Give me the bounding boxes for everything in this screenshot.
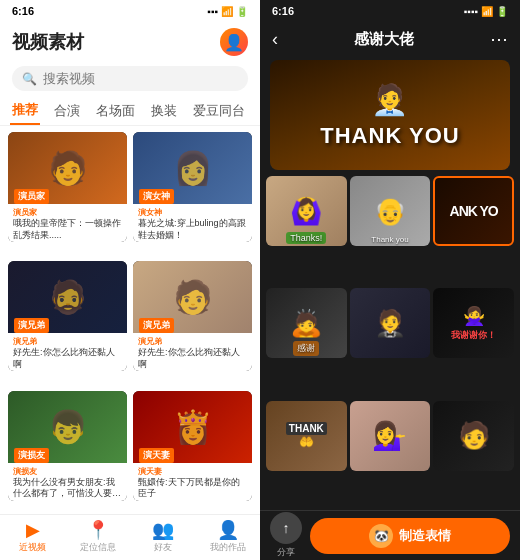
tab-love[interactable]: 爱豆同台 [191, 98, 247, 124]
video-role-5: 演损友 [13, 466, 122, 477]
share-icon: ↑ [270, 512, 302, 544]
video-info-6: 演天妻 甄嬛传:天下万民都是你的臣子 [133, 463, 252, 501]
search-input[interactable] [43, 71, 238, 86]
left-status-icons: ▪▪▪ 📶 🔋 [207, 6, 248, 17]
tag-badge-1: 演员家 [14, 189, 49, 204]
nav-label-video: 近视频 [19, 541, 46, 554]
nav-item-works[interactable]: 👤 我的作品 [195, 515, 260, 560]
sticker-5[interactable]: 🤵 [350, 288, 431, 358]
battery-icon: 🔋 [236, 6, 248, 17]
tag-badge-4: 演兄弟 [139, 318, 174, 333]
friends-nav-icon: 👥 [152, 521, 174, 539]
video-card-4[interactable]: 🧑 演兄弟 演兄弟 好先生:你怎么比狗还黏人啊 [133, 261, 252, 371]
right-header: ‹ 感谢大佬 ⋯ [260, 22, 520, 56]
page-title: 视频素材 [12, 30, 84, 54]
search-bar[interactable]: 🔍 [12, 66, 248, 91]
right-status-bar: 6:16 ▪▪▪▪ 📶 🔋 [260, 0, 520, 22]
video-nav-icon: ▶ [26, 521, 40, 539]
video-desc-2: 暮光之城:穿上buling的高跟鞋去婚姻！ [138, 218, 247, 241]
nav-label-works: 我的作品 [210, 541, 246, 554]
video-card-3[interactable]: 🧔 演兄弟 演兄弟 好先生:你怎么比狗还黏人啊 [8, 261, 127, 371]
share-label: 分享 [277, 546, 295, 559]
tab-swap[interactable]: 换装 [149, 98, 179, 124]
tag-badge-5: 演损友 [14, 448, 49, 463]
tab-recommended[interactable]: 推荐 [10, 97, 40, 125]
tab-collab[interactable]: 合演 [52, 98, 82, 124]
video-desc-6: 甄嬛传:天下万民都是你的臣子 [138, 477, 247, 500]
video-card-6[interactable]: 👸 演天妻 演天妻 甄嬛传:天下万民都是你的臣子 [133, 391, 252, 501]
wifi-icon: 📶 [221, 6, 233, 17]
avatar[interactable]: 👤 [220, 28, 248, 56]
sticker-label-4: 感谢 [293, 341, 319, 356]
video-card-2[interactable]: 👩 演女神 演女神 暮光之城:穿上buling的高跟鞋去婚姻！ [133, 132, 252, 242]
tag-badge-2: 演女神 [139, 189, 174, 204]
video-role-6: 演天妻 [138, 466, 247, 477]
left-status-bar: 6:16 ▪▪▪ 📶 🔋 [0, 0, 260, 22]
back-button[interactable]: ‹ [272, 29, 278, 50]
more-options-button[interactable]: ⋯ [490, 28, 508, 50]
video-info-2: 演女神 暮光之城:穿上buling的高跟鞋去婚姻！ [133, 204, 252, 242]
right-wifi-icon: 📶 [481, 6, 493, 17]
info-nav-icon: 📍 [87, 521, 109, 539]
video-desc-3: 好先生:你怎么比狗还黏人啊 [13, 347, 122, 370]
left-panel: 6:16 ▪▪▪ 📶 🔋 视频素材 👤 🔍 推荐 合演 名场面 换装 爱豆同台 … [0, 0, 260, 560]
right-time: 6:16 [272, 5, 294, 17]
nav-item-friends[interactable]: 👥 好友 [130, 515, 195, 560]
sticker-label-2: Thank you [371, 235, 408, 244]
featured-sticker[interactable]: 🧑‍💼 THANK YOU [270, 60, 510, 170]
right-status-icons: ▪▪▪▪ 📶 🔋 [464, 6, 508, 17]
video-role-3: 演兄弟 [13, 336, 122, 347]
search-icon: 🔍 [22, 72, 37, 86]
sticker-6[interactable]: 🙅‍♀️ 我谢谢你！ [433, 288, 514, 358]
right-signal-icon: ▪▪▪▪ [464, 6, 478, 17]
video-card-5[interactable]: 👦 演损友 演损友 我为什么没有男女朋友:我什么都有了，可惜没人要的孩子 [8, 391, 127, 501]
create-avatar: 🐼 [369, 524, 393, 548]
sticker-7[interactable]: THANK 🤲 [266, 401, 347, 471]
sticker-3[interactable]: ANK YO [433, 176, 514, 246]
right-bottom-bar: ↑ 分享 🐼 制造表情 [260, 510, 520, 560]
video-info-1: 演员家 哦我的皇帝陛下：一顿操作乱秀结果..... [8, 204, 127, 242]
sticker-1[interactable]: 🙆‍♀️ Thanks! [266, 176, 347, 246]
sticker-label-6: 我谢谢你！ [451, 329, 496, 342]
tag-badge-3: 演兄弟 [14, 318, 49, 333]
left-header: 视频素材 👤 [0, 22, 260, 62]
create-sticker-button[interactable]: 🐼 制造表情 [310, 518, 510, 554]
works-nav-icon: 👤 [217, 521, 239, 539]
video-info-3: 演兄弟 好先生:你怎么比狗还黏人啊 [8, 333, 127, 371]
signal-icon: ▪▪▪ [207, 6, 218, 17]
sticker-8[interactable]: 💁‍♀️ [350, 401, 431, 471]
right-battery-icon: 🔋 [496, 6, 508, 17]
right-panel: 6:16 ▪▪▪▪ 📶 🔋 ‹ 感谢大佬 ⋯ 🧑‍💼 THANK YOU 🙆‍♀… [260, 0, 520, 560]
sticker-label-1: Thanks! [286, 232, 326, 244]
nav-item-info[interactable]: 📍 定位信息 [65, 515, 130, 560]
sticker-2[interactable]: 👴 Thank you [350, 176, 431, 246]
video-desc-5: 我为什么没有男女朋友:我什么都有了，可惜没人要的孩子 [13, 477, 122, 500]
nav-label-friends: 好友 [154, 541, 172, 554]
share-button[interactable]: ↑ 分享 [270, 512, 302, 559]
bottom-nav: ▶ 近视频 📍 定位信息 👥 好友 👤 我的作品 [0, 514, 260, 560]
video-grid: 🧑 演员家 演员家 哦我的皇帝陛下：一顿操作乱秀结果..... 👩 演女神 演女… [0, 132, 260, 514]
tag-badge-6: 演天妻 [139, 448, 174, 463]
video-info-5: 演损友 我为什么没有男女朋友:我什么都有了，可惜没人要的孩子 [8, 463, 127, 501]
nav-label-info: 定位信息 [80, 541, 116, 554]
sticker-grid: 🙆‍♀️ Thanks! 👴 Thank you ANK YO 🙇 感谢 🤵 🙅… [260, 176, 520, 510]
right-title: 感谢大佬 [354, 30, 414, 49]
tab-scenes[interactable]: 名场面 [94, 98, 137, 124]
video-role-1: 演员家 [13, 207, 122, 218]
video-desc-1: 哦我的皇帝陛下：一顿操作乱秀结果..... [13, 218, 122, 241]
video-info-4: 演兄弟 好先生:你怎么比狗还黏人啊 [133, 333, 252, 371]
sticker-4[interactable]: 🙇 感谢 [266, 288, 347, 358]
create-label: 制造表情 [399, 527, 451, 545]
featured-text: THANK YOU [320, 123, 459, 149]
video-card-1[interactable]: 🧑 演员家 演员家 哦我的皇帝陛下：一顿操作乱秀结果..... [8, 132, 127, 242]
video-role-2: 演女神 [138, 207, 247, 218]
video-role-4: 演兄弟 [138, 336, 247, 347]
sticker-9[interactable]: 🧑 [433, 401, 514, 471]
nav-item-video[interactable]: ▶ 近视频 [0, 515, 65, 560]
left-time: 6:16 [12, 5, 34, 17]
video-desc-4: 好先生:你怎么比狗还黏人啊 [138, 347, 247, 370]
tabs-row: 推荐 合演 名场面 换装 爱豆同台 ⊞ [0, 97, 260, 126]
